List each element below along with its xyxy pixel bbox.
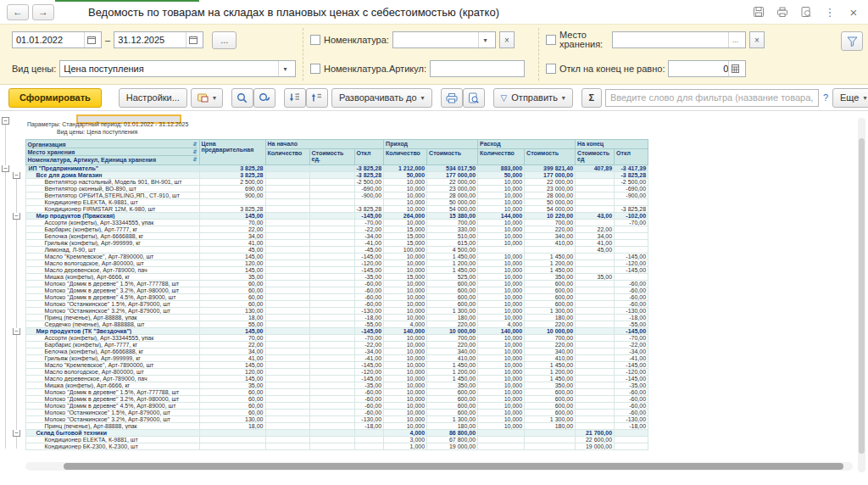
value-cell[interactable]: 35,00 [199,274,265,281]
calendar-icon[interactable] [186,32,199,47]
value-cell[interactable] [525,443,576,450]
value-cell[interactable] [309,410,354,416]
value-cell[interactable]: -60,00 [354,396,384,403]
value-cell[interactable]: 600,00 [525,294,576,301]
value-cell[interactable]: 23 000,00 [525,186,576,192]
value-cell[interactable] [576,403,615,410]
period-more-button[interactable]: ... [212,31,236,49]
value-cell[interactable]: 534 017,50 [427,165,478,172]
value-cell[interactable]: 35,00 [576,274,615,281]
value-cell[interactable] [309,179,354,186]
value-cell[interactable] [615,233,648,240]
forward-button[interactable]: → [32,4,54,20]
row-name-cell[interactable]: Кондиционер БК-2300, К-2300, шт [25,443,199,450]
value-cell[interactable] [615,226,648,233]
value-cell[interactable]: -102,00 [615,213,648,220]
value-cell[interactable] [309,172,354,179]
value-cell[interactable]: 700,00 [525,220,576,226]
value-cell[interactable]: 10,000 [478,220,525,226]
value-cell[interactable]: 10,000 [384,186,427,192]
value-cell[interactable] [576,179,615,186]
value-cell[interactable]: -120,00 [615,369,648,376]
value-cell[interactable]: -60,00 [615,410,648,416]
value-cell[interactable]: 350,00 [525,382,576,389]
value-cell[interactable]: 525,00 [427,274,478,281]
row-name-cell[interactable]: Грильяж (конфеты), Арт-999999, кг [25,355,199,362]
value-cell[interactable]: 45,00 [576,247,615,254]
value-cell[interactable] [309,335,354,342]
value-cell[interactable]: 15,000 [384,226,427,233]
value-cell[interactable]: -60,00 [615,301,648,308]
value-cell[interactable]: 145,00 [199,376,265,382]
value-cell[interactable]: -3 825,28 [354,165,384,172]
value-cell[interactable]: -130,00 [354,416,384,423]
value-cell[interactable] [525,247,576,254]
value-cell[interactable] [265,301,309,308]
value-cell[interactable]: -130,00 [615,416,648,423]
row-name-cell[interactable]: Вентилятор оконный, ВО-890, шт [25,186,199,192]
row-name-cell[interactable]: ИП "Предприниматель" [25,165,199,172]
value-cell[interactable] [576,206,615,213]
params-collapse-toggle-icon[interactable]: − [2,117,9,125]
collapse-toggle-icon[interactable]: − [13,172,20,179]
value-cell[interactable]: 10,000 [478,240,525,247]
value-cell[interactable] [576,220,615,226]
value-cell[interactable] [354,437,384,443]
value-cell[interactable]: 220,00 [525,342,576,348]
value-cell[interactable] [309,355,354,362]
value-cell[interactable]: 10,000 [478,335,525,342]
value-cell[interactable] [576,267,615,274]
value-cell[interactable]: 1 300,00 [427,308,478,315]
value-cell[interactable]: 45,00 [199,247,265,254]
nomenclature-field[interactable]: ▾ [392,31,496,48]
value-cell[interactable]: 10,000 [384,362,427,369]
value-cell[interactable]: -55,00 [615,321,648,328]
value-cell[interactable] [265,382,309,389]
value-cell[interactable] [309,437,354,443]
preview-button[interactable] [463,88,485,108]
value-cell[interactable]: 10,000 [478,423,525,430]
value-cell[interactable]: 600,00 [427,396,478,403]
value-cell[interactable]: 100,000 [384,247,427,254]
value-cell[interactable] [309,213,354,220]
value-cell[interactable]: 10,000 [478,267,525,274]
value-cell[interactable]: -60,00 [615,281,648,287]
value-cell[interactable]: 10,000 [384,220,427,226]
value-cell[interactable]: -60,00 [354,301,384,308]
value-cell[interactable]: -18,00 [354,315,384,321]
value-cell[interactable] [309,308,354,315]
search-button[interactable] [231,88,253,108]
row-name-cell[interactable]: Кондиционер ELEKTA, К-9881, шт [25,199,199,206]
value-cell[interactable]: 220,00 [427,342,478,348]
value-cell[interactable] [265,437,309,443]
value-cell[interactable] [309,321,354,328]
value-cell[interactable]: 10,000 [384,335,427,342]
value-cell[interactable]: 120,00 [199,260,265,267]
search-cancel-button[interactable] [253,88,275,108]
value-cell[interactable]: 10,000 [384,416,427,423]
value-cell[interactable]: 10,000 [478,369,525,376]
row-name-cell[interactable]: Барбарис (конфеты), Арт-7777, кг [25,226,199,233]
value-cell[interactable] [615,274,648,281]
value-cell[interactable]: 350,00 [427,382,478,389]
value-cell[interactable]: 177 000,00 [525,172,576,179]
value-cell[interactable]: 900,00 [199,192,265,199]
value-cell[interactable] [576,301,615,308]
value-cell[interactable]: 1 200,00 [525,369,576,376]
value-cell[interactable]: 10,000 [384,199,427,206]
storage-field[interactable]: ... [612,31,746,48]
value-cell[interactable]: -3 825,28 [615,172,648,179]
value-cell[interactable]: -2 500,00 [615,179,648,186]
value-cell[interactable]: 10,000 [478,376,525,382]
value-cell[interactable]: 10,000 [384,260,427,267]
value-cell[interactable]: 34,00 [199,233,265,240]
value-cell[interactable]: 144,000 [478,213,525,220]
value-cell[interactable]: 1 200,00 [427,369,478,376]
value-cell[interactable] [265,396,309,403]
value-cell[interactable] [309,376,354,382]
value-cell[interactable] [309,430,354,437]
value-cell[interactable]: -145,00 [615,362,648,369]
value-cell[interactable] [478,430,525,437]
value-cell[interactable]: 700,00 [525,335,576,342]
value-cell[interactable]: -145,00 [615,267,648,274]
